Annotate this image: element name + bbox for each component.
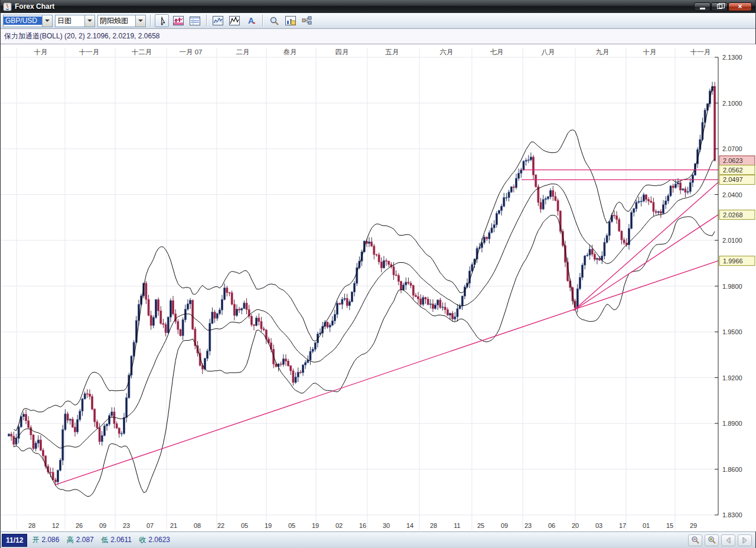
svg-text:四月: 四月 <box>335 48 349 56</box>
svg-text:二月: 二月 <box>236 48 250 56</box>
cursor-icon <box>157 16 167 26</box>
svg-text:十一月: 十一月 <box>690 48 711 56</box>
svg-text:2.0400: 2.0400 <box>722 191 742 198</box>
layout-nodes-icon <box>302 16 312 25</box>
svg-text:02: 02 <box>335 522 343 529</box>
bollinger-middle <box>14 159 715 448</box>
svg-text:2.0700: 2.0700 <box>722 145 742 152</box>
period-select[interactable]: 日图 <box>55 15 95 27</box>
zoom-in-icon <box>708 536 716 544</box>
svg-text:05: 05 <box>288 522 295 529</box>
svg-text:20: 20 <box>572 522 579 529</box>
svg-text:21: 21 <box>170 522 177 529</box>
trend-line <box>55 261 718 485</box>
date-axis-labels: 2812260923072108220519051902163014281125… <box>28 522 697 529</box>
cursor-tool-button[interactable] <box>155 14 169 27</box>
chevron-down-icon <box>45 19 50 22</box>
data-window-button[interactable] <box>188 14 202 27</box>
line-chart-button[interactable] <box>227 14 242 27</box>
scroll-left-button[interactable] <box>721 534 735 546</box>
layout-button[interactable] <box>300 14 314 27</box>
open-label: 开 <box>32 536 39 544</box>
candles-layer <box>8 82 716 486</box>
period-select-value: 日图 <box>56 16 84 26</box>
svg-text:06: 06 <box>548 522 555 529</box>
svg-text:09: 09 <box>99 522 106 529</box>
scroll-right-button[interactable] <box>738 534 752 546</box>
indicator-bar: 保力加通道(BOLL) (20, 2) 2.1096, 2.0219, 2.06… <box>1 29 755 44</box>
svg-text:1.8300: 1.8300 <box>722 511 742 518</box>
forex-chart-window: Forex Chart × GBP/USD 日图 阴阳烛图 <box>0 0 756 548</box>
svg-text:十一月: 十一月 <box>79 48 100 56</box>
indicator-dialog-button[interactable] <box>171 14 185 27</box>
svg-text:30: 30 <box>383 522 390 529</box>
high-label: 高 <box>67 536 74 544</box>
overlay-chart-button[interactable] <box>211 14 225 27</box>
overlay-chart-icon <box>213 16 223 25</box>
open-value: 2.086 <box>41 536 59 544</box>
chart-type-select-value: 阴阳烛图 <box>98 16 135 26</box>
svg-text:六月: 六月 <box>440 48 454 56</box>
svg-text:1.9500: 1.9500 <box>722 328 742 335</box>
svg-text:1.8600: 1.8600 <box>722 466 742 473</box>
bollinger-lower <box>14 215 715 496</box>
svg-text:23: 23 <box>524 522 532 529</box>
java-app-icon <box>3 2 12 11</box>
chart-type-select-arrow[interactable] <box>135 15 145 27</box>
period-select-arrow[interactable] <box>84 15 94 27</box>
ohlc-readout: 开2.086 高2.087 低2.0611 收2.0623 <box>32 535 175 545</box>
svg-text:25: 25 <box>477 522 484 529</box>
symbol-select-arrow[interactable] <box>42 15 52 27</box>
svg-text:05: 05 <box>241 522 248 529</box>
toolbar-separator <box>150 15 151 27</box>
svg-text:1.9800: 1.9800 <box>722 283 742 290</box>
close-value: 2.0623 <box>148 536 170 544</box>
svg-text:2.1300: 2.1300 <box>722 54 742 61</box>
price-axis: 2.13002.10002.07002.04002.01001.98001.95… <box>715 54 742 518</box>
line-chart-icon <box>229 16 240 25</box>
symbol-select[interactable]: GBP/USD <box>3 15 53 27</box>
zoom-in-button[interactable] <box>705 534 719 546</box>
minimize-button[interactable] <box>694 2 711 11</box>
svg-text:15: 15 <box>666 522 673 529</box>
toolbar: GBP/USD 日图 阴阳烛图 <box>1 13 755 29</box>
svg-text:29: 29 <box>690 522 697 529</box>
close-button[interactable]: × <box>728 2 752 11</box>
status-bar: 11/12 开2.086 高2.087 低2.0611 收2.0623 <box>1 531 755 548</box>
toolbar-separator <box>262 15 263 27</box>
svg-text:2.1000: 2.1000 <box>722 100 742 107</box>
zoom-tool-button[interactable] <box>267 14 281 27</box>
svg-text:12: 12 <box>52 522 59 529</box>
high-value: 2.087 <box>76 536 94 544</box>
arrow-left-icon <box>725 537 731 544</box>
svg-text:1.9966: 1.9966 <box>723 257 743 265</box>
trend-line <box>573 215 718 311</box>
svg-text:03: 03 <box>595 522 602 529</box>
svg-text:十月: 十月 <box>34 48 48 56</box>
svg-text:1.8900: 1.8900 <box>722 420 742 427</box>
zoom-out-button[interactable] <box>688 534 702 546</box>
svg-text:2.0268: 2.0268 <box>723 211 743 218</box>
candlestick-chart[interactable]: 十月十一月十二月一月 07二月叁月四月五月六月七月八月九月十月十一月2.1300… <box>1 44 756 531</box>
chevron-down-icon <box>87 19 92 22</box>
restore-button[interactable] <box>711 2 728 11</box>
text-tool-icon: A <box>246 16 256 25</box>
close-label: 收 <box>139 536 146 544</box>
restore-icon <box>717 4 722 9</box>
title-bar: Forex Chart × <box>1 0 755 13</box>
trend-lines <box>55 170 718 485</box>
minimize-icon <box>700 8 705 9</box>
magnifier-icon <box>269 16 279 26</box>
toolbar-separator <box>206 15 207 27</box>
chart-type-select[interactable]: 阴阳烛图 <box>97 15 146 27</box>
svg-text:2.0100: 2.0100 <box>722 237 742 244</box>
status-date-badge: 11/12 <box>2 534 27 547</box>
svg-text:叁月: 叁月 <box>284 48 297 56</box>
chart-export-button[interactable] <box>284 14 298 27</box>
chart-area[interactable]: 十月十一月十二月一月 07二月叁月四月五月六月七月八月九月十月十一月2.1300… <box>1 44 756 531</box>
data-list-icon <box>190 17 200 25</box>
arrow-right-icon <box>742 537 748 544</box>
svg-text:19: 19 <box>265 522 272 529</box>
text-tool-button[interactable]: A <box>244 14 258 27</box>
price-tags: 2.06232.05622.04972.02681.9966 <box>719 156 755 266</box>
